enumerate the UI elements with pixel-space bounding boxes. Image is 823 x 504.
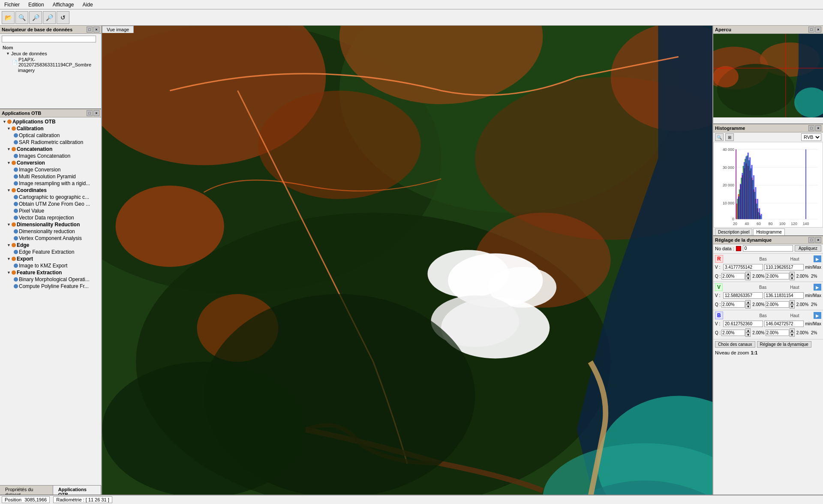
rvb-select[interactable]: RVB: [801, 133, 821, 141]
cartographic-item[interactable]: Cartographic to geographic c...: [6, 194, 99, 201]
b-q-haut-down[interactable]: ▼: [790, 333, 795, 337]
dim-reduction-group[interactable]: ▼ Dimensionality Reduction: [6, 221, 99, 228]
image-resampling-item[interactable]: Image resampling with a rigid...: [6, 180, 99, 187]
apercu-icon1[interactable]: □: [808, 27, 814, 33]
optical-calibration-item[interactable]: Optical calibration: [6, 132, 99, 139]
binary-morphological-item[interactable]: Binary Morphological Operati...: [6, 276, 99, 283]
zoom-in-button[interactable]: 🔎: [29, 11, 42, 24]
pixel-value-item[interactable]: Pixel Value: [6, 207, 99, 214]
images-concat-item[interactable]: Images Concatenation: [6, 153, 99, 159]
b-bas-input[interactable]: [723, 321, 763, 327]
zoom-level-row: Niveau de zoom 1:1: [713, 349, 823, 356]
navigator-close-icon[interactable]: ×: [93, 27, 99, 33]
nav-file-item[interactable]: 📄 P1APX-201207258363311194CP_Sombre: [11, 57, 99, 68]
map-area[interactable]: Vue image: [102, 26, 712, 495]
menu-edition[interactable]: Edition: [24, 1, 48, 9]
r-q-bas-up[interactable]: ▲: [745, 272, 751, 276]
histogram-close-icon[interactable]: ×: [815, 125, 821, 131]
image-conversion-item[interactable]: Image Conversion: [6, 166, 99, 173]
nav-search-input[interactable]: [2, 36, 96, 42]
v-q-haut-up[interactable]: ▲: [790, 300, 795, 304]
no-data-checkbox[interactable]: [736, 246, 741, 251]
histogram-grid-btn[interactable]: ⊞: [725, 133, 734, 141]
bottom-tabs: Propriétés du dataset Applications OTB: [0, 485, 101, 495]
r-q-haut-up[interactable]: ▲: [790, 272, 795, 276]
calibration-group[interactable]: ▼ Calibration: [6, 125, 99, 132]
v-q-bas-down[interactable]: ▼: [745, 304, 751, 309]
apps-root-group[interactable]: ▼ Applications OTB: [2, 118, 99, 125]
r-minmax-label: min/Max: [805, 265, 821, 270]
histogram-zoom-btn[interactable]: 🔍: [715, 133, 724, 141]
multi-res-icon: [14, 174, 18, 179]
edge-feature-item[interactable]: Edge Feature Extraction: [6, 249, 99, 255]
edge-group[interactable]: ▼ Edge: [6, 242, 99, 249]
vertex-component-item[interactable]: Vertex Component Analysis: [6, 235, 99, 242]
b-q-haut-input[interactable]: [766, 330, 789, 336]
v-q-haut-down[interactable]: ▼: [790, 304, 795, 309]
feature-group[interactable]: ▼ Feature Extraction: [6, 269, 99, 276]
r-q-haut-down[interactable]: ▼: [790, 276, 795, 280]
apps-close-icon[interactable]: ×: [93, 110, 99, 116]
v-q-bas-up[interactable]: ▲: [745, 300, 751, 304]
concat-icon: [12, 147, 16, 151]
multi-res-pyramid-item[interactable]: Multi Resolution Pyramid: [6, 173, 99, 180]
dim-reduction-item[interactable]: Dimensionality reduction: [6, 228, 99, 235]
concatenation-group[interactable]: ▼ Concatenation: [6, 146, 99, 153]
histogram-icon1[interactable]: □: [808, 125, 814, 131]
r-bas-haut: Bas Haut: [746, 257, 813, 261]
sar-calibration-item[interactable]: SAR Radiometric calibration: [6, 139, 99, 146]
tab-properties[interactable]: Propriétés du dataset: [0, 486, 53, 495]
r-q-haut-input[interactable]: [766, 273, 789, 279]
histogram-header: Histogramme □ ×: [713, 124, 823, 132]
menu-fichier[interactable]: Fichier: [0, 1, 24, 9]
reglage-close-icon[interactable]: ×: [815, 237, 821, 243]
apps-header: Applications OTB □ ×: [0, 109, 101, 117]
apercu-close-icon[interactable]: ×: [815, 27, 821, 33]
tab-histogramme[interactable]: Histogramme: [753, 228, 784, 235]
reglage-icon1[interactable]: □: [808, 237, 814, 243]
tab-description-pixel[interactable]: Description pixel: [715, 228, 752, 235]
b-q-bas-down[interactable]: ▼: [745, 333, 751, 337]
refresh-button[interactable]: ↺: [57, 11, 69, 24]
export-group[interactable]: ▼ Export: [6, 255, 99, 262]
open-button[interactable]: 📂: [2, 11, 15, 24]
b-q-bas-input[interactable]: [721, 330, 745, 336]
r-bas-input[interactable]: [723, 264, 763, 270]
b-q-bas-up[interactable]: ▲: [745, 328, 751, 333]
conversion-group[interactable]: ▼ Conversion: [6, 159, 99, 166]
r-haut-input[interactable]: [764, 264, 804, 270]
map-tab-label[interactable]: Vue image: [102, 26, 134, 33]
nav-datasets-item[interactable]: ▼ Jeux de données: [5, 51, 99, 57]
kmz-export-item[interactable]: Image to KMZ Export: [6, 262, 99, 269]
search-button[interactable]: 🔍: [15, 11, 28, 24]
choix-canaux-button[interactable]: Choix des canaux: [715, 341, 755, 348]
b-arrow-button[interactable]: ▶: [814, 312, 821, 319]
r-q-bas-down[interactable]: ▼: [745, 276, 751, 280]
reglage-dynamique-button[interactable]: Réglage de la dynamique: [757, 341, 811, 348]
dim-red-icon: [14, 229, 18, 234]
v-q-bas-input[interactable]: [721, 301, 745, 308]
apply-button[interactable]: Appliquez: [795, 245, 821, 252]
menu-affichage[interactable]: Affichage: [48, 1, 78, 9]
menu-aide[interactable]: Aide: [78, 1, 97, 9]
b-haut-input[interactable]: [764, 321, 804, 327]
r-arrow-button[interactable]: ▶: [814, 255, 821, 262]
tab-applications[interactable]: Applications OTB: [53, 486, 101, 495]
v-arrow-button[interactable]: ▶: [814, 284, 821, 291]
zoom-out-button[interactable]: 🔎: [43, 11, 56, 24]
v-bas-input[interactable]: [723, 292, 763, 299]
no-data-input[interactable]: [743, 245, 793, 252]
v-haut-input[interactable]: [764, 292, 804, 299]
coordinates-group[interactable]: ▼ Coordinates: [6, 187, 99, 194]
navigator-icon1[interactable]: □: [87, 27, 93, 33]
r-q-bas-input[interactable]: [721, 273, 745, 279]
b-q-haut-up[interactable]: ▲: [790, 328, 795, 333]
apps-icon1[interactable]: □: [87, 110, 93, 116]
v-q-haut-input[interactable]: [766, 301, 789, 308]
compute-polyline-item[interactable]: Compute Polyline Feature Fr...: [6, 283, 99, 290]
vector-data-item[interactable]: Vector Data reprojection: [6, 214, 99, 221]
img-conv-icon: [14, 168, 18, 172]
b-q-bas-spinners: ▲ ▼: [745, 328, 751, 337]
obtain-utm-item[interactable]: Obtain UTM Zone From Geo ...: [6, 201, 99, 207]
nav-imagery-item[interactable]: imagery: [11, 68, 99, 73]
